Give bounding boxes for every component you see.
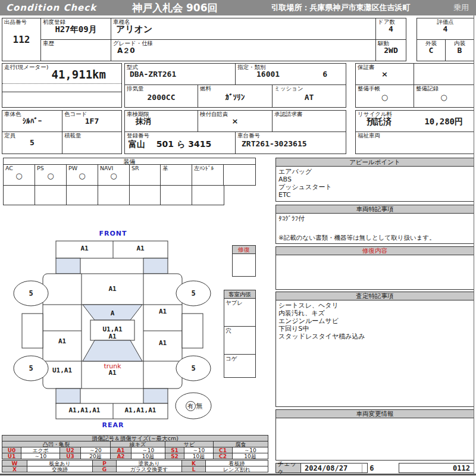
assessment-notes-panel: 査定特記事項 シートスレ、ヘタリ 内装汚れ、キズ エンジンルームサビ 下回りS中…: [275, 292, 474, 407]
wheel-rear-right: 5: [181, 365, 205, 372]
fuel-label: 燃料: [198, 85, 272, 92]
approval-cell: 承認請求書: [272, 110, 346, 132]
legend-size: 10超: [131, 453, 165, 459]
header-bar: Condition Check 神戸入札会 906回 引取場所：兵庫県神戸市東灘…: [0, 0, 476, 15]
body-color-cell: 車体色 ｼﾙﾊﾞｰ: [2, 110, 62, 132]
recycle-fee-cell: リサイクル料 預託済 10,280円: [355, 110, 474, 132]
equipment-lhd: 左ﾊﾝﾄﾞﾙ: [192, 164, 224, 186]
car-diagram: [0, 229, 274, 434]
displacement-cell: 排気量 2000CC: [124, 84, 198, 108]
check-date: 2024/08/27: [301, 464, 347, 472]
condition-check-sheet: Condition Check 神戸入札会 906回 引取場所：兵庫県神戸市東灘…: [0, 0, 476, 476]
rear-label: REAR: [89, 421, 137, 429]
damage-left-quarter: U1,A1: [43, 367, 82, 374]
damage-windshield: A: [82, 310, 143, 317]
legend-desc: 交換跡: [27, 466, 93, 472]
equipment-sr: SR: [129, 164, 161, 186]
check-date-cell: 2024/08/27 6: [300, 463, 368, 473]
damage-front-bumper-right: A1: [113, 245, 168, 252]
load-capacity-cell: 積載量: [62, 131, 122, 154]
welfare-label: 福祉車両: [356, 132, 474, 139]
history-cell: 車歴: [40, 39, 111, 61]
model-code-value: DBA-ZRT261: [125, 70, 235, 79]
mileage-cell: 走行(現メーター) 41,911km: [2, 63, 122, 108]
recycle-fee-value: 10,280円: [424, 117, 463, 126]
legend-code: G: [92, 466, 117, 472]
equipment-ps: PS○: [35, 164, 67, 186]
legend-code: S2: [165, 453, 184, 459]
wheel-rear-left: 5: [19, 365, 43, 372]
grade-value: A２0: [111, 46, 375, 55]
first-registration-value: H27年09月: [41, 25, 111, 33]
class-number-value: 6: [322, 70, 327, 79]
vehicle-notes-panel: 車両特記事項 ﾀｺｸﾞﾗﾌ付 ※記載のない書類・機器等は無しとして取り扱います。: [275, 205, 474, 244]
equipment-navi-mark: ○: [98, 171, 129, 180]
legend-size: 10超: [232, 453, 268, 459]
maintenance-record-cell: 整備記録 ○: [414, 84, 474, 108]
equipment-empty-cell: [129, 185, 161, 205]
change-info-panel: 車両変更情報: [275, 409, 474, 461]
equipment-pw: PW○: [66, 164, 98, 186]
model-code-cell: 型式 DBA-ZRT261: [124, 63, 236, 85]
damage-rear-bumper-left: A1,A1,A1: [56, 407, 113, 414]
vin-cell: 車台番号 ZRT261-3023615: [235, 131, 346, 154]
approval-label: 承認請求書: [273, 111, 346, 117]
drive-cell: 駆動 2WD: [375, 39, 406, 61]
capacity-value: 5: [2, 139, 62, 147]
equipment-empty-cell: [98, 185, 130, 205]
welfare-cell: 福祉車両: [355, 131, 474, 154]
vin-value: ZRT261-3023615: [236, 140, 346, 148]
color-code-value: 1F7: [62, 117, 121, 126]
type-class-label: 指定・類別: [236, 64, 346, 70]
equipment-ac: AC○: [3, 164, 35, 186]
interior-grade-value: B: [446, 46, 474, 55]
exterior-grade-cell: 外装 C: [416, 39, 446, 61]
check-number-cell: 0112: [399, 463, 474, 473]
equipment-empty-cell: [66, 185, 98, 205]
equipment-empty-cell: [192, 185, 224, 205]
legend-code: X: [2, 466, 27, 472]
equipment-pw-mark: ○: [67, 171, 98, 180]
plate-number-value: 富山 501 ら 3415: [125, 140, 235, 148]
warranty-extra-cell: [414, 63, 474, 85]
spare-tire-indicator: 有 無: [179, 401, 209, 411]
insurance-cell: 検付自賠責 ×: [198, 110, 273, 132]
legend-code: C2: [213, 453, 233, 459]
damage-roof-line2: A1: [90, 333, 134, 340]
displacement-label: 排気量: [125, 85, 198, 92]
front-label: FRONT: [89, 230, 137, 237]
grade-cell: グレード・仕様 A２0: [111, 39, 376, 61]
maintenance-record-label: 整備記録: [414, 85, 474, 92]
legend-code: U3: [60, 453, 81, 459]
displacement-value: 2000CC: [125, 93, 198, 102]
legend-code: U1: [2, 453, 21, 459]
capacity-cell: 定員 5: [2, 131, 62, 154]
check-number: 0112: [453, 464, 474, 472]
body-color-value: ｼﾙﾊﾞｰ: [2, 117, 62, 126]
lot-number-label: 出品番号: [2, 18, 40, 25]
type-number-value: 16001: [256, 70, 280, 79]
warranty-cell: 保証書 ×: [355, 63, 414, 85]
maintenance-book-cell: 整備手帳 ○: [355, 84, 414, 108]
doors-cell: ドア数 4: [375, 18, 406, 40]
maintenance-record-value: ○: [414, 93, 474, 102]
grade-label: グレード・仕様: [111, 40, 375, 46]
warranty-value: ×: [356, 70, 414, 79]
vehicle-notes-title: 車両特記事項: [276, 205, 474, 214]
repair-detail-title: 修復内容: [276, 247, 474, 255]
appeal-line: ABS: [278, 176, 471, 183]
wheel-front-right: 5: [181, 290, 205, 297]
equipment-empty-cell: [35, 185, 67, 205]
interior-grade-cell: 内装 B: [445, 39, 474, 61]
equipment-leather: 革: [160, 164, 192, 186]
damage-rear-bumper-right: A1,A1,A1: [113, 407, 168, 414]
recycle-status-value: 預託済: [367, 117, 392, 126]
equipment-ac-mark: ○: [4, 171, 35, 180]
inspection-value: 抹消: [125, 117, 198, 126]
vin-label: 車台番号: [236, 132, 346, 139]
exterior-grade-value: C: [417, 46, 445, 55]
color-code-cell: 色コード 1F7: [62, 110, 122, 132]
score-cell: 評価点 4: [416, 18, 474, 40]
vehicle-notes-disclaimer: ※記載のない書類・機器等は無しとして取り扱います。: [276, 233, 438, 243]
mileage-value: 41,911km: [2, 70, 121, 79]
